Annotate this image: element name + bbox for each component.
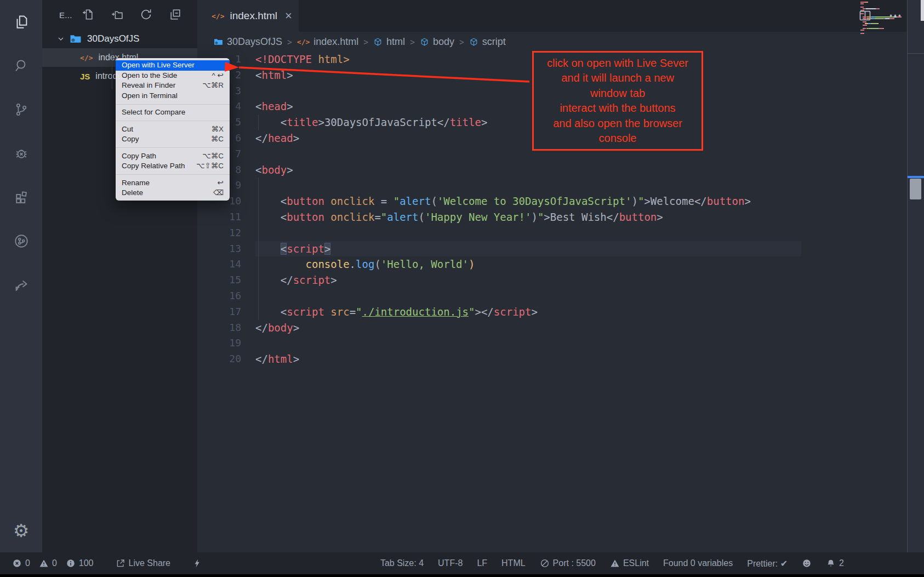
menu-item-shortcut: ↩ — [218, 178, 224, 188]
breadcrumb-label: index.html — [313, 36, 358, 48]
tab-label: index.html — [230, 10, 277, 22]
status-eol[interactable]: LF — [477, 558, 487, 568]
line-number: 16 — [197, 288, 241, 304]
activity-live-share[interactable] — [0, 263, 42, 307]
status-language-mode[interactable]: HTML — [501, 558, 526, 568]
refresh-explorer-button[interactable] — [139, 8, 153, 22]
indent-guide-head — [258, 115, 259, 130]
status-found-variables[interactable]: Found 0 variables — [663, 558, 733, 568]
activity-search[interactable] — [0, 44, 42, 88]
menu-item-shortcut: ^ ↩ — [212, 71, 224, 81]
status-eslint[interactable]: ESLint — [610, 558, 649, 568]
activity-run-and-debug[interactable] — [0, 132, 42, 175]
html-file-icon: </> — [80, 54, 93, 62]
annotation-text-line: click on open with Live Sever — [534, 56, 701, 71]
activity-extensions[interactable] — [0, 175, 42, 219]
refresh-icon — [139, 8, 153, 21]
outer-scrollbar-thumb[interactable] — [910, 179, 921, 199]
new-folder-button[interactable] — [110, 8, 124, 22]
menu-item-open-to-the-side[interactable]: Open to the Side^ ↩ — [116, 71, 230, 81]
breadcrumb-label: script — [482, 36, 506, 48]
menu-item-shortcut: ⌥⌘C — [202, 151, 224, 162]
menu-item-select-for-compare[interactable]: Select for Compare — [116, 107, 230, 118]
menu-item-reveal-in-finder[interactable]: Reveal in Finder⌥⌘R — [116, 81, 230, 91]
line-number: 20 — [197, 351, 241, 367]
minimap[interactable] — [860, 2, 905, 35]
new-file-button[interactable] — [81, 8, 95, 22]
tab-index-html[interactable]: </> index.html × — [197, 0, 299, 32]
settings-gear-button[interactable]: ⚙ — [0, 509, 42, 552]
activity-explorer[interactable] — [0, 0, 42, 44]
tree-root-folder[interactable]: 30DaysOfJS — [42, 30, 197, 48]
explorer-title: E... — [59, 10, 72, 20]
annotation-text-line: console — [534, 131, 701, 146]
menu-item-copy[interactable]: Copy⌘C — [116, 134, 230, 145]
breadcrumb-label: 30DaysOfJS — [227, 36, 282, 48]
status-label: Prettier: ✔ — [747, 558, 788, 569]
tree-indent-guide — [112, 50, 112, 89]
code-line-12: 12 — [197, 225, 907, 241]
status-lightning[interactable] — [192, 558, 202, 568]
activity-source-control[interactable] — [0, 88, 42, 132]
menu-item-delete[interactable]: Delete⌫ — [116, 188, 230, 198]
slash-circle-icon — [540, 558, 550, 568]
status-feedback-smiley[interactable] — [802, 558, 812, 568]
code-line-17: 17 <script src="./introduction.js"></scr… — [197, 304, 907, 320]
breadcrumb-html[interactable]: html — [373, 36, 405, 48]
scroll-position-marker — [908, 176, 924, 178]
menu-item-cut[interactable]: Cut⌘X — [116, 124, 230, 135]
status-live-server-port[interactable]: Port : 5500 — [540, 558, 596, 568]
annotation-box: click on open with Live Severand it will… — [532, 51, 703, 151]
circle-branch-icon — [13, 233, 30, 249]
breadcrumb-body[interactable]: body — [420, 36, 454, 48]
status-problems-info[interactable]: 100 — [66, 558, 94, 568]
symbol-cube-icon — [420, 37, 429, 47]
line-number: 11 — [197, 209, 241, 225]
menu-item-copy-path[interactable]: Copy Path⌥⌘C — [116, 151, 230, 162]
gear-icon: ⚙ — [13, 522, 30, 540]
menu-item-label: Rename — [122, 178, 150, 188]
menu-item-label: Select for Compare — [122, 107, 185, 118]
close-tab-icon[interactable]: × — [285, 10, 292, 22]
status-problems-warnings[interactable]: 0 — [39, 558, 57, 568]
menu-item-open-with-live-server[interactable]: Open with Live Server — [116, 60, 230, 71]
status-label: 2 — [839, 558, 844, 568]
menu-item-open-in-terminal[interactable]: Open in Terminal — [116, 91, 230, 101]
code-line-11: 11 <button onclick="alert('Happy New Yea… — [197, 209, 907, 225]
menu-item-label: Open in Terminal — [122, 91, 178, 101]
breadcrumb-label: html — [386, 36, 405, 48]
menu-item-label: Open to the Side — [122, 71, 177, 81]
status-prettier[interactable]: Prettier: ✔ — [747, 558, 788, 569]
status-problems-errors[interactable]: 0 — [12, 558, 30, 568]
js-file-icon: JS — [80, 72, 90, 81]
status-tab-size[interactable]: Tab Size: 4 — [380, 558, 424, 568]
root-folder-label: 30DaysOfJS — [87, 33, 139, 44]
explorer-actions — [81, 8, 182, 22]
code-line-18: 18</body> — [197, 320, 907, 336]
status-encoding[interactable]: UTF-8 — [438, 558, 463, 568]
breadcrumb-30DaysOfJS[interactable]: 30DaysOfJS — [214, 36, 282, 48]
menu-item-shortcut: ⌘C — [211, 134, 224, 145]
html-file-icon: </> — [297, 38, 310, 46]
files-icon — [13, 14, 30, 30]
status-notifications[interactable]: 2 — [826, 558, 844, 568]
debug-icon — [13, 145, 30, 162]
collapse-folders-button[interactable] — [168, 8, 182, 22]
activity-remote-circle-branch[interactable] — [0, 219, 42, 263]
context-menu: Open with Live ServerOpen to the Side^ ↩… — [116, 58, 230, 201]
external-link-icon — [116, 558, 126, 568]
annotation-text-line: window tab — [534, 86, 701, 101]
menu-item-label: Copy Path — [122, 151, 156, 162]
menu-item-label: Reveal in Finder — [122, 81, 175, 91]
extensions-icon — [13, 189, 30, 205]
menu-item-copy-relative-path[interactable]: Copy Relative Path⌥⇧⌘C — [116, 161, 230, 172]
status-live-share[interactable]: Live Share — [116, 558, 171, 568]
menu-item-rename[interactable]: Rename↩ — [116, 178, 230, 188]
breadcrumb-script[interactable]: script — [469, 36, 506, 48]
menu-separator — [116, 174, 230, 175]
symbol-cube-icon — [373, 37, 383, 47]
annotation-text-line: and it will launch a new — [534, 71, 701, 86]
breadcrumb-index-html[interactable]: </>index.html — [297, 36, 359, 48]
menu-separator — [116, 147, 230, 148]
code-line-16: 16 — [197, 288, 907, 304]
